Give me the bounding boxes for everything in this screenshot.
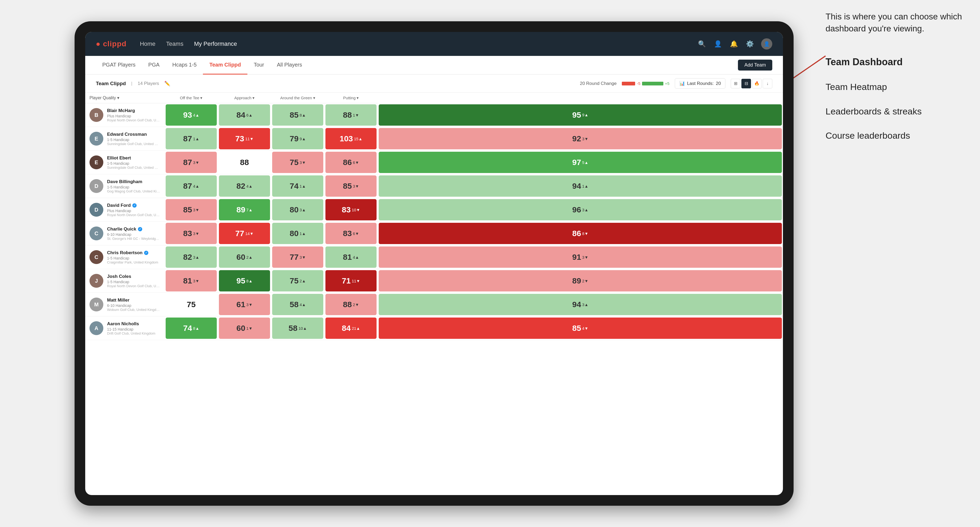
heatmap-view-button[interactable]: 🔥 (752, 79, 762, 88)
player-club: Royal North Devon Golf Club, United King… (107, 213, 160, 217)
metric-around_green-0: 88 1▼ (325, 103, 378, 127)
delta-indicator: 3▼ (300, 255, 306, 259)
metric-box: 86 8▼ (379, 223, 782, 244)
score-value: 75 (187, 300, 196, 309)
user-icon[interactable]: 👤 (713, 39, 723, 49)
player-cell-7[interactable]: J Josh Coles 1-5 Handicap Royal North De… (85, 269, 165, 293)
player-cell-3[interactable]: D Dave Billingham 1-5 Handicap Gog Magog… (85, 174, 165, 198)
metric-box: 81 3▼ (165, 270, 217, 291)
bar-negative (622, 82, 635, 86)
score-value: 94 (572, 300, 581, 309)
player-cell-8[interactable]: M Matt Miller 6-10 Handicap Woburn Golf … (85, 293, 165, 316)
metric-box: 92 3▼ (379, 128, 782, 149)
verified-badge: ✓ (138, 227, 142, 231)
score-value: 97 (572, 158, 581, 167)
metric-box: 80 3▲ (272, 199, 323, 221)
subnav-all-players[interactable]: All Players (270, 56, 309, 75)
metric-off_tee-4: 89 7▲ (218, 198, 271, 222)
last-rounds-val: 20 (716, 81, 721, 86)
subnav: PGAT Players PGA Hcaps 1-5 Team Clippd T… (85, 56, 783, 75)
table-row: E Edward Crossman 1-5 Handicap Sunningda… (85, 127, 783, 151)
delta-indicator: 15▲ (354, 137, 363, 141)
metric-player_quality-4: 85 3▼ (165, 198, 218, 222)
view-toggle-icons: ⊞ ⊟ 🔥 ↓ (731, 79, 772, 88)
delta-indicator: 6▼ (353, 160, 359, 165)
col-off-tee[interactable]: Off the Tee ▾ (165, 93, 218, 103)
subnav-hcaps[interactable]: Hcaps 1-5 (166, 56, 203, 75)
player-cell-0[interactable]: B Blair McHarg Plus Handicap Royal North… (85, 103, 165, 127)
player-name: Matt Miller (107, 298, 160, 303)
col-approach[interactable]: Approach ▾ (218, 93, 271, 103)
score-value: 87 (183, 181, 192, 190)
user-avatar[interactable]: 👤 (761, 38, 772, 49)
players-table: Player Quality ▾ Off the Tee ▾ Approach … (85, 93, 783, 340)
subnav-team-clippd[interactable]: Team Clippd (203, 56, 247, 75)
download-button[interactable]: ↓ (763, 79, 772, 88)
player-avatar: C (89, 250, 103, 264)
player-info: Elliot Ebert 1-5 Handicap Sunningdale Go… (107, 156, 160, 170)
metric-off_tee-8: 61 3▼ (218, 293, 271, 316)
metric-box: 83 6▼ (325, 223, 377, 244)
grid-large-view-button[interactable]: ⊟ (741, 79, 751, 88)
player-cell-1[interactable]: E Edward Crossman 1-5 Handicap Sunningda… (85, 127, 165, 151)
metric-around_green-8: 88 2▼ (325, 293, 378, 316)
metric-around_green-7: 71 11▼ (325, 269, 378, 293)
player-handicap: 1-5 Handicap (107, 138, 160, 142)
metric-box: 61 3▼ (219, 294, 270, 315)
metric-approach-7: 75 2▲ (271, 269, 325, 293)
player-cell-4[interactable]: D David Ford ✓ Plus Handicap Royal North… (85, 198, 165, 222)
subnav-pgat-players[interactable]: PGAT Players (96, 56, 142, 75)
bell-icon[interactable]: 🔔 (729, 39, 739, 49)
brand-logo: ● clippd (96, 40, 126, 48)
verified-badge: ✓ (132, 203, 137, 208)
player-name: David Ford ✓ (107, 203, 160, 208)
settings-icon[interactable]: ⚙️ (745, 39, 755, 49)
ipad-screen: ● clippd Home Teams My Performance 🔍 👤 🔔… (85, 32, 783, 495)
metric-off_tee-1: 73 11▼ (218, 127, 271, 151)
subnav-tour[interactable]: Tour (247, 56, 270, 75)
player-cell-2[interactable]: E Elliot Ebert 1-5 Handicap Sunningdale … (85, 151, 165, 174)
player-avatar: E (89, 132, 103, 146)
player-name: Chris Robertson ✓ (107, 250, 160, 256)
metric-putting-4: 96 3▲ (378, 198, 783, 222)
player-club: Drift Golf Club, United Kingdom (107, 332, 160, 335)
score-value: 89 (572, 276, 581, 285)
subnav-pga[interactable]: PGA (142, 56, 166, 75)
col-player-quality[interactable]: Player Quality ▾ (85, 93, 165, 103)
col-around-green[interactable]: Around the Green ▾ (271, 93, 325, 103)
metric-putting-6: 91 3▼ (378, 245, 783, 269)
score-value: 77 (290, 252, 299, 262)
score-value: 75 (290, 276, 299, 285)
table-row: C Charlie Quick ✓ 6-10 Handicap St. Geor… (85, 222, 783, 245)
grid-small-view-button[interactable]: ⊞ (731, 79, 740, 88)
score-value: 84 (237, 110, 245, 119)
annotation-item-4: Course leaderboards (826, 125, 964, 147)
nav-my-performance[interactable]: My Performance (194, 40, 237, 48)
edit-team-icon[interactable]: ✏️ (164, 81, 170, 86)
delta-indicator: 1▲ (300, 184, 306, 189)
metric-box: 88 1▼ (325, 104, 377, 125)
metric-around_green-9: 84 21▲ (325, 316, 378, 340)
delta-indicator: 3▼ (582, 137, 588, 141)
nav-teams[interactable]: Teams (166, 40, 183, 48)
player-cell-9[interactable]: A Aaron Nicholls 11-15 Handicap Drift Go… (85, 316, 165, 340)
last-rounds-button[interactable]: 📊 Last Rounds: 20 (675, 78, 725, 89)
score-value: 88 (343, 110, 352, 119)
score-value: 83 (343, 229, 352, 238)
score-value: 60 (237, 324, 245, 333)
annotation-item-2: Team Heatmap (826, 76, 964, 98)
score-value: 87 (183, 158, 192, 167)
col-putting[interactable]: Putting ▾ (325, 93, 378, 103)
player-cell-6[interactable]: C Chris Robertson ✓ 1-5 Handicap Craigmi… (85, 245, 165, 269)
score-value: 85 (183, 205, 192, 214)
search-icon[interactable]: 🔍 (697, 39, 707, 49)
player-cell-5[interactable]: C Charlie Quick ✓ 6-10 Handicap St. Geor… (85, 222, 165, 245)
score-value: 87 (183, 134, 192, 143)
delta-indicator: 6▲ (247, 113, 253, 117)
add-team-button[interactable]: Add Team (738, 60, 772, 71)
score-value: 83 (342, 205, 351, 214)
nav-home[interactable]: Home (140, 40, 156, 48)
nav-links: Home Teams My Performance (140, 40, 697, 48)
score-value: 84 (342, 324, 351, 333)
delta-indicator: 1▼ (247, 326, 253, 330)
